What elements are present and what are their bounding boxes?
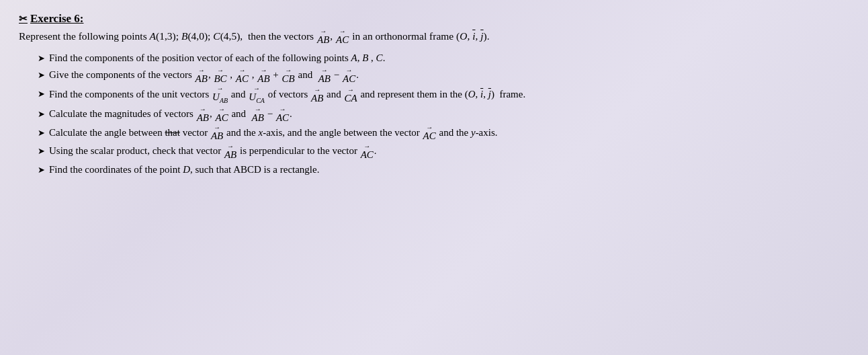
list-item-4: ➤ Calculate the magnitudes of vectors →A… bbox=[38, 106, 847, 124]
bullet-content-1: Find the components of the position vect… bbox=[49, 50, 847, 66]
bullet-content-6: Using the scalar product, check that vec… bbox=[49, 143, 847, 161]
list-item-7: ➤ Find the coordinates of the point D, s… bbox=[38, 161, 847, 178]
bullet-arrow-4: ➤ bbox=[38, 108, 45, 122]
page: ✂ Exercise 6: Represent the following po… bbox=[0, 0, 868, 355]
title-text: Exercise 6: bbox=[30, 12, 83, 26]
bullet-arrow-3: ➤ bbox=[38, 87, 45, 102]
list-item-3: ➤ Find the components of the unit vector… bbox=[38, 85, 847, 105]
intro-paragraph: Represent the following points A(1,3); B… bbox=[19, 28, 847, 46]
bullet-arrow-7: ➤ bbox=[38, 163, 45, 178]
list-item-1: ➤ Find the components of the position ve… bbox=[38, 50, 847, 66]
bullet-content-3: Find the components of the unit vectors … bbox=[49, 85, 847, 105]
bullet-content-7: Find the coordinates of the point D, suc… bbox=[49, 161, 847, 178]
exercise-title: ✂ Exercise 6: bbox=[19, 12, 847, 26]
bullet-content-5: Calculate the angle between that vector … bbox=[49, 124, 847, 143]
bullet-arrow-2: ➤ bbox=[38, 69, 45, 83]
bullet-arrow-5: ➤ bbox=[38, 126, 45, 141]
bullet-content-2: Give the components of the vectors →AB, … bbox=[49, 67, 847, 85]
bullet-list: ➤ Find the components of the position ve… bbox=[19, 50, 847, 177]
bullet-arrow-6: ➤ bbox=[38, 145, 45, 159]
list-item-5: ➤ Calculate the angle between that vecto… bbox=[38, 124, 847, 143]
bullet-content-4: Calculate the magnitudes of vectors →AB,… bbox=[49, 106, 847, 124]
bullet-arrow-1: ➤ bbox=[38, 52, 45, 66]
list-item-6: ➤ Using the scalar product, check that v… bbox=[38, 143, 847, 161]
list-item-2: ➤ Give the components of the vectors →AB… bbox=[38, 67, 847, 85]
scissors-icon: ✂ bbox=[19, 13, 28, 25]
